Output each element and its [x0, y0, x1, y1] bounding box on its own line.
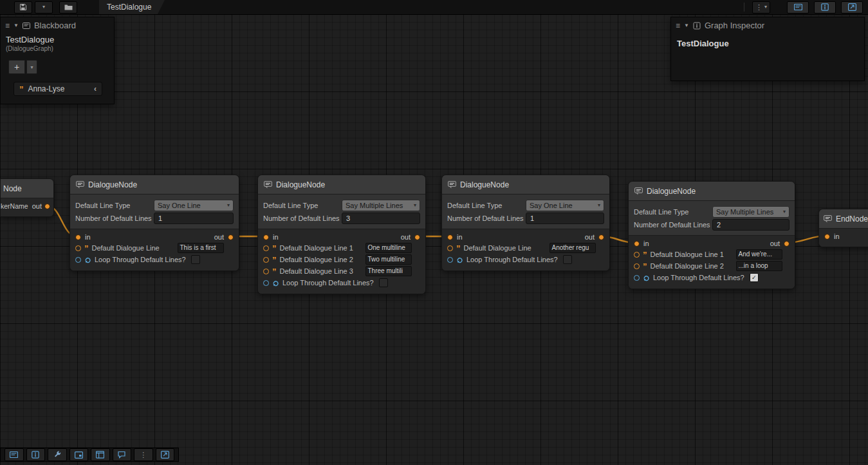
- blackboard-toggle-button[interactable]: [787, 1, 809, 14]
- blackboard-toggle-button[interactable]: [5, 448, 24, 461]
- frame-icon: [161, 451, 169, 459]
- open-asset-button[interactable]: [59, 1, 77, 14]
- out-port[interactable]: [784, 241, 790, 247]
- in-port[interactable]: [634, 241, 640, 247]
- out-port[interactable]: [228, 234, 234, 240]
- loop-label: Loop Through Default Lines?: [282, 279, 374, 287]
- inspector-icon: [32, 451, 39, 459]
- blackboard-icon: [23, 22, 30, 30]
- inspector-toggle-button[interactable]: [814, 1, 836, 14]
- start-node[interactable]: Node kerName out: [0, 178, 54, 217]
- quote-icon: ”: [456, 244, 461, 252]
- loop-checkbox[interactable]: [750, 273, 759, 282]
- save-dropdown-button[interactable]: ▾: [35, 1, 53, 14]
- dialogue-line-input[interactable]: And we're...: [736, 249, 782, 260]
- overflow-menu-button[interactable]: ⋮ ▾: [752, 1, 770, 14]
- collapse-arrow-icon[interactable]: ▼: [14, 23, 19, 28]
- loop-label: Loop Through Default Lines?: [95, 256, 186, 263]
- dialogue-line-port[interactable]: [263, 245, 269, 251]
- add-property-dropdown[interactable]: ▾: [26, 60, 37, 74]
- dialogue-line-input[interactable]: Three multili: [365, 266, 412, 276]
- in-port[interactable]: [75, 234, 81, 240]
- loop-port[interactable]: [263, 280, 269, 286]
- line-type-dropdown[interactable]: Say Multiple Lines ▾: [712, 206, 790, 218]
- property-name[interactable]: Anna-Lyse: [28, 84, 90, 93]
- chevron-left-icon[interactable]: ‹: [94, 84, 97, 93]
- num-lines-field[interactable]: 1: [154, 213, 234, 224]
- loop-checkbox[interactable]: [563, 255, 572, 264]
- chevron-down-icon: ▾: [598, 203, 600, 208]
- dialogue-preview-button[interactable]: [113, 448, 132, 461]
- line-type-dropdown[interactable]: Say Multiple Lines ▾: [342, 200, 420, 211]
- blackboard-property-row[interactable]: ” Anna-Lyse ‹: [14, 82, 102, 96]
- node-title-bar[interactable]: DialogueNode: [629, 182, 795, 201]
- dialogue-node[interactable]: DialogueNode Default Line Type Say One L…: [69, 175, 239, 271]
- node-title-bar[interactable]: EndNode: [819, 209, 868, 229]
- node-title-bar[interactable]: Node: [1, 179, 53, 198]
- dialogue-line-port[interactable]: [447, 245, 453, 251]
- in-port[interactable]: [263, 234, 269, 240]
- breadcrumb-tab[interactable]: TestDialogue: [99, 0, 158, 14]
- in-port-label: in: [643, 240, 649, 247]
- dialogue-node[interactable]: DialogueNode Default Line Type Say Multi…: [257, 175, 426, 294]
- dialogue-line-input[interactable]: One multiline: [365, 243, 412, 253]
- dialogue-line-input[interactable]: Two multiline: [365, 254, 412, 265]
- line-type-dropdown[interactable]: Say One Line ▾: [154, 200, 234, 211]
- out-port[interactable]: [414, 234, 420, 240]
- dialogue-node[interactable]: DialogueNode Default Line Type Say Multi…: [628, 181, 795, 289]
- line-type-label: Default Line Type: [75, 202, 154, 209]
- node-title: Node: [3, 184, 22, 193]
- quote-icon: ”: [19, 85, 24, 93]
- node-title-bar[interactable]: DialogueNode: [258, 175, 425, 195]
- save-button[interactable]: [14, 1, 32, 14]
- collapse-arrow-icon[interactable]: ▼: [684, 23, 689, 28]
- num-lines-field[interactable]: 2: [712, 219, 790, 231]
- blackboard-icon: [794, 3, 802, 11]
- graph-canvas[interactable]: Node kerName out DialogueNode Default Li…: [0, 0, 868, 465]
- loop-checkbox[interactable]: [379, 278, 388, 287]
- end-node[interactable]: EndNode in: [818, 209, 868, 247]
- loop-checkbox[interactable]: [191, 255, 200, 264]
- save-icon: [19, 3, 27, 11]
- graph-name[interactable]: TestDialogue: [1, 33, 114, 44]
- loop-icon: [84, 256, 91, 263]
- dialogue-line-input[interactable]: Another regu: [549, 243, 596, 253]
- dialogue-line-input[interactable]: ...in a loop: [736, 261, 782, 271]
- dialogue-line-port[interactable]: [75, 245, 81, 251]
- out-port[interactable]: [44, 204, 50, 209]
- dialogue-line-port[interactable]: [634, 263, 640, 269]
- graph-inspector-panel: ≡ ▼ Graph Inspector TestDialogue: [670, 17, 865, 81]
- loop-port[interactable]: [75, 257, 81, 263]
- dialogue-line-port[interactable]: [263, 257, 269, 263]
- node-title-bar[interactable]: DialogueNode: [442, 175, 609, 195]
- inspector-toggle-button[interactable]: [26, 448, 46, 461]
- speech-bubble-icon: [118, 451, 125, 459]
- minimap-icon: [75, 451, 83, 459]
- overflow-menu-button[interactable]: ⋮: [134, 448, 153, 461]
- line-type-label: Default Line Type: [263, 202, 342, 209]
- add-property-button[interactable]: +: [8, 60, 25, 74]
- line-type-dropdown[interactable]: Say One Line ▾: [526, 200, 604, 211]
- num-lines-field[interactable]: 3: [342, 213, 420, 224]
- settings-button[interactable]: [48, 448, 67, 461]
- hamburger-icon[interactable]: ≡: [5, 22, 10, 30]
- dialogue-line-port[interactable]: [263, 269, 269, 274]
- minimap-toggle-button[interactable]: [69, 448, 89, 461]
- quote-icon: ”: [272, 244, 277, 252]
- frame-all-button[interactable]: [156, 448, 175, 461]
- dialogue-line-port[interactable]: [634, 252, 640, 258]
- in-port[interactable]: [824, 234, 830, 240]
- num-lines-field[interactable]: 1: [526, 213, 604, 224]
- minimap-toggle-button[interactable]: [841, 1, 863, 14]
- out-port[interactable]: [598, 234, 604, 240]
- loop-port[interactable]: [447, 257, 453, 263]
- board-toggle-button[interactable]: [91, 448, 110, 461]
- hamburger-icon[interactable]: ≡: [676, 22, 680, 30]
- dialogue-node[interactable]: DialogueNode Default Line Type Say One L…: [441, 175, 610, 271]
- in-port[interactable]: [447, 234, 453, 240]
- inspector-icon: [693, 22, 701, 30]
- node-title-bar[interactable]: DialogueNode: [70, 175, 239, 195]
- loop-port[interactable]: [634, 275, 640, 281]
- quote-icon: ”: [272, 267, 277, 276]
- dialogue-line-input[interactable]: This is a first: [178, 243, 224, 253]
